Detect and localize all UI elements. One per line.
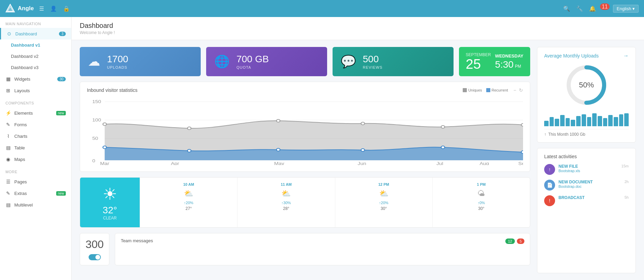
date-month: September	[466, 52, 491, 57]
layouts-icon: ⊞	[5, 88, 11, 93]
lock-icon[interactable]: 🔒	[63, 5, 70, 12]
bottom-toggle[interactable]	[89, 254, 101, 260]
chart-minimize-icon[interactable]: −	[513, 87, 516, 93]
components-section-title: Components	[0, 96, 71, 107]
table-icon: ▤	[5, 145, 11, 150]
uploads-icon: ☁	[88, 54, 100, 69]
team-badge-red: 5	[517, 238, 524, 244]
bottom-row: 300 Team messages 12 5	[80, 233, 530, 265]
recurrent-label: Recurrent	[492, 88, 508, 92]
mini-bar	[592, 113, 597, 126]
activity-info-0: NEW FILE Bootstrap.xls	[558, 164, 618, 173]
dashboard-icon: ⊙	[6, 31, 12, 36]
main-content: Dashboard Welcome to Angle ! ☁ 1700 UPLO…	[72, 17, 644, 280]
forecast-icon-2: ⛅	[379, 189, 388, 198]
forecast-rain-2: ↑20%	[379, 201, 388, 205]
quota-stat-card: 🌐 700 GB QUOTA	[206, 47, 327, 76]
forecast-rain-3: ↑0%	[478, 201, 485, 205]
svg-text:May: May	[274, 161, 284, 165]
reviews-stat-card: 💬 500 REVIEWS	[333, 47, 454, 76]
activity-name-2: BROADCAST	[558, 195, 621, 200]
activity-file-0[interactable]: Bootstrap.xls	[558, 169, 618, 173]
sidebar-item-label: Table	[14, 145, 25, 150]
uploads-value: 1700	[107, 54, 128, 65]
sidebar-item-label: Dashboard v2	[11, 54, 39, 59]
quota-value: 700 GB	[236, 54, 269, 65]
forecast-rain-1: ↑30%	[281, 201, 291, 205]
weather-panel: ☀ 32° CLEAR 10 AM ⛅ ↑20% 27° 11 AM	[80, 177, 530, 228]
svg-text:50: 50	[92, 136, 98, 141]
bell-icon[interactable]: 🔔 11	[589, 5, 607, 12]
svg-text:Jun: Jun	[358, 161, 366, 165]
activity-time-2: 5h	[625, 195, 629, 199]
activity-time-0: 15m	[622, 164, 629, 168]
chart-refresh-icon[interactable]: ↻	[519, 87, 523, 93]
sidebar-item-forms[interactable]: ✎ Forms	[0, 119, 71, 130]
page-subtitle: Welcome to Angle !	[80, 30, 636, 35]
sidebar-item-dashboard-v3[interactable]: Dashboard v3	[0, 62, 71, 73]
svg-point-10	[103, 123, 106, 126]
forecast-1pm: 1 PM 🌤 ↑0% 30°	[432, 178, 530, 227]
weather-main: ☀ 32° CLEAR	[80, 178, 140, 227]
sidebar-item-dashboard-v1[interactable]: Dashboard v1	[0, 39, 71, 51]
forecast-icon-1: ⛅	[281, 189, 291, 198]
forecast-icon-3: 🌤	[477, 189, 485, 198]
brand-logo[interactable]: Angle	[5, 4, 34, 13]
sidebar-item-label: Charts	[14, 134, 27, 139]
svg-point-16	[103, 146, 106, 149]
forecast-10am: 10 AM ⛅ ↑20% 27°	[140, 178, 237, 227]
pages-icon: ☰	[5, 179, 11, 184]
mini-bar	[619, 114, 624, 126]
forms-icon: ✎	[5, 122, 11, 127]
sidebar-item-label: Extras	[14, 191, 27, 196]
svg-point-13	[361, 122, 365, 125]
sidebar-item-label: Dashboard	[15, 31, 37, 36]
sidebar-item-dashboard[interactable]: ⊙ Dashboard 3	[0, 28, 71, 39]
sidebar-item-label: Multilevel	[14, 202, 33, 208]
user-icon[interactable]: 👤	[50, 5, 57, 12]
mini-bar	[598, 116, 602, 126]
main-nav-section-title: Main Navigation	[0, 17, 71, 28]
activities-title: Latest activities	[544, 154, 629, 159]
search-icon[interactable]: 🔍	[563, 5, 570, 12]
sidebar-item-table[interactable]: ▤ Table	[0, 142, 71, 153]
sidebar-item-multilevel[interactable]: ▤ Multilevel	[0, 199, 71, 211]
page-header: Dashboard Welcome to Angle !	[72, 17, 644, 40]
svg-point-20	[441, 146, 445, 149]
language-selector[interactable]: English ▾	[613, 5, 639, 13]
activity-item-1: 📄 NEW DOCUMENT Bootstrap.doc 2h	[544, 180, 629, 191]
sidebar-item-widgets[interactable]: ▦ Widgets 30	[0, 73, 71, 85]
sidebar-item-pages[interactable]: ☰ Pages	[0, 176, 71, 187]
elements-icon: ⚡	[5, 110, 11, 116]
date-time: 5:30	[495, 59, 514, 70]
mini-bar	[550, 117, 554, 126]
sidebar-item-elements[interactable]: ⚡ Elements new	[0, 107, 71, 119]
sidebar-item-layouts[interactable]: ⊞ Layouts	[0, 85, 71, 96]
mini-bar-chart	[544, 113, 629, 126]
toggle-knob	[95, 255, 100, 260]
uploads-panel-arrow[interactable]: →	[623, 53, 629, 59]
mini-bar	[544, 121, 549, 126]
svg-text:100: 100	[92, 118, 101, 122]
activity-file-1[interactable]: Bootstrap.doc	[558, 184, 621, 188]
svg-point-14	[441, 126, 445, 128]
forecast-12pm: 12 PM ⛅ ↑20% 30°	[335, 178, 432, 227]
sidebar-item-charts[interactable]: ⌇ Charts	[0, 130, 71, 142]
sidebar-item-maps[interactable]: ◉ Maps	[0, 153, 71, 165]
wrench-icon[interactable]: 🔧	[576, 5, 583, 12]
mini-bar	[566, 118, 570, 126]
forecast-temp-1: 28°	[283, 206, 289, 211]
team-badge-green: 12	[505, 238, 515, 244]
svg-text:Sep: Sep	[518, 161, 523, 165]
forecast-11am: 11 AM ⛅ ↑30% 28°	[237, 178, 335, 227]
reviews-icon: 💬	[341, 54, 356, 69]
activity-item-2: ! BROADCAST 5h	[544, 195, 629, 206]
sidebar-item-extras[interactable]: ✎ Extras new	[0, 187, 71, 199]
svg-point-15	[521, 123, 523, 126]
forecast-time-1: 11 AM	[281, 182, 292, 186]
svg-text:150: 150	[92, 99, 101, 104]
menu-icon[interactable]: ☰	[39, 5, 44, 12]
weather-temp: 32°	[103, 205, 117, 216]
visitor-chart-svg: 150 100 50 0	[87, 97, 523, 165]
sidebar-item-dashboard-v2[interactable]: Dashboard v2	[0, 51, 71, 62]
